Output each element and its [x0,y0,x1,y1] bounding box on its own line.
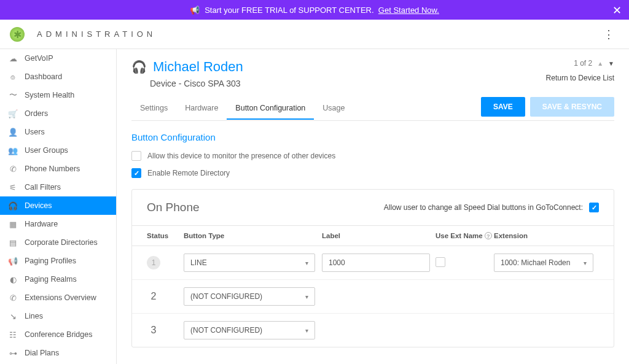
sidebar-item-dashboard[interactable]: ⌾Dashboard [0,68,116,86]
tab-settings[interactable]: Settings [131,98,176,120]
monitor-presence-label: Allow this device to monitor the presenc… [147,152,335,160]
sidebar-icon: ✆ [7,164,18,174]
table-header: Status Button Type Label Use Ext Name? E… [132,226,614,246]
app-header: ADMINISTRATION [0,20,629,49]
tab-button-configuration[interactable]: Button Configuration [227,98,314,120]
sidebar-item-label: Hardware [25,220,58,228]
sidebar-item-label: Extensions Overview [25,293,96,302]
paginator: 1 of 2 ▲ ▼ [546,59,614,68]
remote-directory-label: Enable Remote Directory [147,169,230,177]
sidebar-item-user-groups[interactable]: 👥User Groups [0,141,116,160]
sidebar-item-extensions-overview[interactable]: ✆Extensions Overview [0,288,116,307]
table-row: 2(NOT CONFIGURED) [132,280,614,314]
save-button[interactable]: SAVE [481,97,525,117]
sidebar-icon: ↘ [7,311,18,321]
sidebar-item-orders[interactable]: 🛒Orders [0,104,116,123]
sidebar-item-label: Conference Bridges [25,330,92,339]
sidebar-item-getvoip[interactable]: ☁GetVoIP [0,49,116,68]
sidebar-item-devices[interactable]: 🎧Devices [0,196,116,215]
sidebar-item-conference-bridges[interactable]: ☷Conference Bridges [0,325,116,344]
sidebar-item-system-health[interactable]: 〜System Health [0,86,116,104]
allow-speed-dial-label: Allow user to change all Speed Dial butt… [384,203,583,212]
sidebar-item-label: GetVoIP [25,54,53,63]
label-input[interactable]: 1000 [322,254,430,272]
page-title[interactable]: Michael Roden [153,59,243,75]
banner-link[interactable]: Get Started Now. [378,6,439,15]
header-menu-button[interactable] [598,23,619,46]
sidebar-item-label: Devices [25,201,52,210]
remote-directory-checkbox[interactable] [131,168,141,178]
sidebar-icon: 〜 [7,90,18,100]
table-row: 1LINE10001000: Michael Roden [132,246,614,280]
app-title: ADMINISTRATION [37,29,156,39]
page-subtitle: Device - Cisco SPA 303 [150,79,546,88]
sidebar-item-users[interactable]: 👤Users [0,123,116,141]
tab-usage[interactable]: Usage [314,98,353,120]
sidebar-item-label: Orders [25,109,48,118]
button-type-select[interactable]: LINE [184,254,315,272]
sidebar-item-paging-realms[interactable]: ◐Paging Realms [0,270,116,288]
sidebar-item-label: Dashboard [25,72,62,81]
extension-select[interactable]: 1000: Michael Roden [494,254,593,272]
allow-speed-dial-checkbox[interactable] [589,203,599,212]
sidebar-item-corporate-directories[interactable]: ▤Corporate Directories [0,233,116,252]
sidebar-icon: 🛒 [7,109,18,118]
sidebar-icon: ▦ [7,219,18,229]
sidebar-item-label: User Groups [25,146,68,155]
close-icon[interactable]: ✕ [612,4,622,17]
section-title: Button Configuration [131,132,614,142]
sidebar-item-lines[interactable]: ↘Lines [0,307,116,325]
trial-banner: 📢 Start your FREE TRIAL of SUPPORT CENTE… [0,0,629,20]
app-logo-icon[interactable] [10,27,25,42]
sidebar-item-label: Paging Profiles [25,257,76,265]
col-uext: Use Ext Name? [436,232,494,239]
use-ext-name-checkbox[interactable] [436,257,445,267]
paginator-next-icon[interactable]: ▼ [608,60,614,67]
paginator-prev-icon[interactable]: ▲ [597,60,603,67]
sidebar-item-call-filters[interactable]: ⚟Call Filters [0,178,116,196]
sidebar: ☁GetVoIP⌾Dashboard〜System Health🛒Orders👤… [0,49,117,364]
main-content: 🎧 Michael Roden Device - Cisco SPA 303 1… [117,49,629,364]
col-label: Label [322,232,436,239]
col-status: Status [147,232,184,239]
sidebar-icon: ⌾ [7,72,18,82]
sidebar-item-label: Corporate Directories [25,238,98,247]
table-row: 3(NOT CONFIGURED) [132,314,614,347]
panel-title: On Phone [147,201,200,214]
save-resync-button: SAVE & RESYNC [530,97,614,117]
row-number: 3 [147,325,160,336]
sidebar-item-label: Lines [25,312,43,320]
monitor-presence-checkbox[interactable] [131,151,141,161]
status-badge: 1 [147,256,160,269]
sidebar-icon: 📢 [7,256,18,266]
sidebar-icon: 👤 [7,127,18,137]
row-number: 2 [147,291,160,302]
sidebar-item-paging-profiles[interactable]: 📢Paging Profiles [0,252,116,270]
banner-text: Start your FREE TRIAL of SUPPORT CENTER. [205,6,373,15]
sidebar-item-label: Paging Realms [25,275,77,284]
on-phone-panel: On Phone Allow user to change all Speed … [131,189,614,347]
sidebar-item-label: System Health [25,91,74,99]
sidebar-item-phone-numbers[interactable]: ✆Phone Numbers [0,160,116,178]
return-link[interactable]: Return to Device List [546,74,614,82]
sidebar-icon: ⚟ [7,182,18,192]
megaphone-icon: 📢 [190,6,200,15]
tab-bar: SettingsHardwareButton ConfigurationUsag… [131,97,614,121]
button-type-select[interactable]: (NOT CONFIGURED) [184,287,315,306]
headset-icon: 🎧 [131,60,147,74]
col-btype: Button Type [184,232,322,239]
sidebar-icon: 🎧 [7,201,18,211]
sidebar-icon: ✆ [7,293,18,303]
tab-hardware[interactable]: Hardware [176,98,227,120]
kebab-icon [603,31,614,40]
sidebar-item-dial-plans[interactable]: ⊶Dial Plans [0,344,116,362]
help-icon[interactable]: ? [485,232,492,239]
sidebar-icon: ◐ [7,274,18,284]
sidebar-item-label: Phone Numbers [25,165,80,173]
paginator-text: 1 of 2 [574,59,592,68]
sidebar-item-label: Dial Plans [25,349,59,357]
sidebar-item-hardware[interactable]: ▦Hardware [0,215,116,233]
sidebar-icon: ▤ [7,238,18,247]
button-type-select[interactable]: (NOT CONFIGURED) [184,321,315,339]
sidebar-icon: ⊶ [7,348,18,358]
